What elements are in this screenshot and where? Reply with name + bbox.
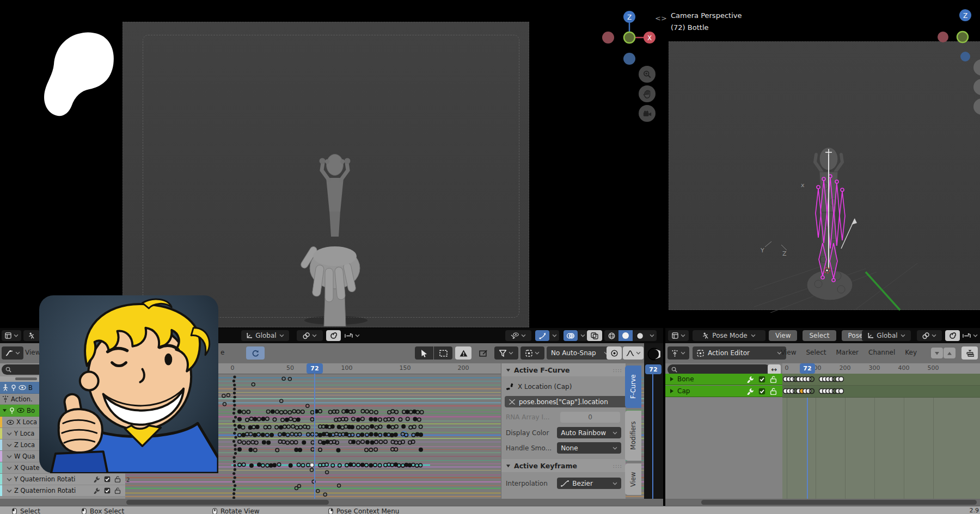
menu-view[interactable]: View — [25, 349, 40, 356]
pin-icon[interactable] — [9, 407, 15, 414]
handle-smoothing-dropdown[interactable]: None — [557, 442, 621, 454]
falloff-dropdown[interactable] — [623, 346, 644, 360]
editor-type-button[interactable] — [2, 330, 21, 341]
sidebar-tab-modifiers[interactable]: Modifiers — [625, 411, 641, 461]
current-frame-badge[interactable]: 72 — [307, 363, 323, 374]
modifier-wrench-icon[interactable] — [747, 376, 754, 383]
mute-checkbox[interactable] — [758, 376, 765, 383]
channel-yquaternionrotati[interactable]: Y Quaternion Rotati — [0, 474, 125, 485]
pivot-point-dropdown[interactable] — [917, 330, 942, 341]
mute-checkbox[interactable] — [758, 388, 765, 395]
eye-icon[interactable] — [17, 408, 24, 413]
channel-zquaternionrotati[interactable]: Z Quaternion Rotati — [0, 485, 125, 497]
view-axis-gizmo-clipped[interactable]: Z — [936, 7, 980, 121]
shading-material-button[interactable] — [633, 330, 647, 341]
collapsed-eye-icon[interactable] — [7, 432, 12, 436]
active-keyframe-panel-header[interactable]: Active Keyframe :::: — [501, 459, 626, 472]
mute-checkbox[interactable] — [104, 476, 111, 482]
auto-normalize-toggle[interactable] — [246, 346, 265, 360]
modifier-wrench-icon[interactable] — [747, 388, 754, 395]
menu-select[interactable]: Select — [806, 349, 826, 356]
collapsed-eye-icon[interactable] — [7, 466, 12, 470]
menu-view[interactable]: View — [781, 349, 796, 356]
gizmos-toggle[interactable] — [535, 330, 549, 341]
eye-icon[interactable] — [19, 385, 26, 390]
proportional-editing-toggle[interactable] — [326, 330, 341, 341]
viewport-camera-button[interactable] — [639, 105, 656, 122]
graph-playhead[interactable] — [314, 374, 315, 499]
collapsed-eye-icon[interactable] — [7, 443, 12, 447]
pin-icon[interactable] — [11, 385, 16, 391]
sidebar-tab-view[interactable]: View — [625, 463, 641, 495]
panel-grip[interactable]: :::: — [613, 463, 622, 469]
filter-dropdown[interactable] — [494, 346, 518, 360]
action-channel-cap[interactable]: Cap — [665, 386, 782, 397]
viewport-pan-button[interactable] — [639, 85, 656, 102]
annotate-box-button[interactable] — [474, 346, 492, 360]
editor-type-button[interactable] — [668, 330, 689, 341]
area-split-handle[interactable]: <> — [655, 14, 667, 22]
viewport-left[interactable]: Z X Global — [0, 0, 663, 343]
display-color-dropdown[interactable]: Auto Rainbow — [557, 427, 621, 438]
viewport-zoom-button[interactable] — [639, 66, 656, 83]
lock-open-icon[interactable] — [770, 388, 777, 395]
menu-key[interactable]: Key — [905, 349, 917, 356]
shading-wireframe-button[interactable] — [604, 330, 618, 341]
modifier-wrench-icon[interactable] — [94, 476, 100, 482]
menu-channel[interactable]: Channel — [868, 349, 895, 356]
action-icon[interactable] — [2, 395, 9, 402]
sidebar-tab-fcurve[interactable]: F-Curve — [625, 366, 641, 408]
armature-icon[interactable] — [2, 384, 9, 391]
panel-grip[interactable]: :::: — [613, 367, 622, 373]
mute-checkbox[interactable] — [104, 487, 111, 494]
lock-open-icon[interactable] — [114, 476, 121, 482]
show-errors-toggle[interactable] — [455, 346, 471, 360]
transform-orientation-dropdown[interactable]: Global — [862, 330, 911, 341]
action-keyframes[interactable] — [782, 374, 980, 404]
auto-snap-dropdown[interactable]: No Auto-Snap — [547, 346, 613, 360]
proportional-edit-toggle[interactable] — [607, 346, 622, 360]
move-channel-down-button[interactable] — [931, 348, 943, 358]
overlays-dropdown[interactable] — [578, 330, 587, 341]
shading-dropdown[interactable] — [647, 330, 657, 341]
graph-hscroll-track[interactable] — [0, 499, 663, 506]
action-channel-bone[interactable]: Bone — [665, 374, 782, 385]
posed-armature-mesh[interactable]: x Y Z — [754, 126, 917, 313]
rna-index-field[interactable]: 0 — [560, 412, 620, 423]
move-channel-up-button[interactable] — [944, 348, 955, 358]
mode-dropdown-clipped[interactable] — [23, 330, 40, 341]
overlays-toggle[interactable] — [564, 330, 578, 341]
pivot-dropdown[interactable] — [520, 346, 544, 360]
lock-open-icon[interactable] — [770, 376, 777, 383]
proportional-falloff-dropdown[interactable] — [961, 330, 979, 341]
visibility-dropdown[interactable] — [505, 330, 531, 341]
push-down-action-button[interactable] — [961, 346, 978, 360]
graph-hscroll-thumb[interactable] — [126, 500, 329, 505]
collapsed-eye-icon[interactable] — [7, 489, 12, 493]
halfmoon-toggle-icon[interactable] — [647, 348, 660, 361]
eye-icon[interactable] — [7, 420, 14, 425]
action-hscroll-track[interactable] — [665, 499, 980, 506]
modifier-wrench-icon[interactable] — [94, 487, 100, 494]
collapsed-eye-icon[interactable] — [7, 478, 12, 481]
collapsed-eye-icon[interactable] — [7, 455, 12, 459]
hand-figure-mesh[interactable] — [264, 139, 406, 326]
transform-orientation-dropdown[interactable]: Global — [241, 330, 289, 341]
shading-solid-button[interactable] — [618, 330, 633, 341]
editor-type-button[interactable] — [2, 346, 23, 360]
expand-icon[interactable] — [670, 377, 674, 381]
mode-dropdown[interactable]: Pose Mode — [693, 330, 765, 341]
menu-select[interactable]: Select — [803, 330, 836, 341]
menu-view[interactable]: View — [769, 330, 797, 341]
rna-path-field[interactable]: pose.bones["Cap"].location — [505, 396, 628, 407]
expand-icon[interactable] — [670, 389, 674, 393]
view-axis-gizmo[interactable]: Z X — [599, 8, 659, 67]
interpolation-dropdown[interactable]: Bezier — [557, 478, 621, 489]
tweak-tool-button[interactable] — [415, 346, 433, 360]
xray-toggle[interactable] — [587, 330, 602, 341]
proportional-editing-toggle[interactable] — [945, 330, 960, 341]
menu-marker[interactable]: Marker — [836, 349, 859, 356]
active-fcurve-panel-header[interactable]: Active F-Curve :::: — [501, 363, 626, 376]
current-frame-badge[interactable]: 72 — [800, 363, 815, 374]
viewport-right[interactable]: Camera Perspective (72) Bottle — [665, 0, 980, 343]
